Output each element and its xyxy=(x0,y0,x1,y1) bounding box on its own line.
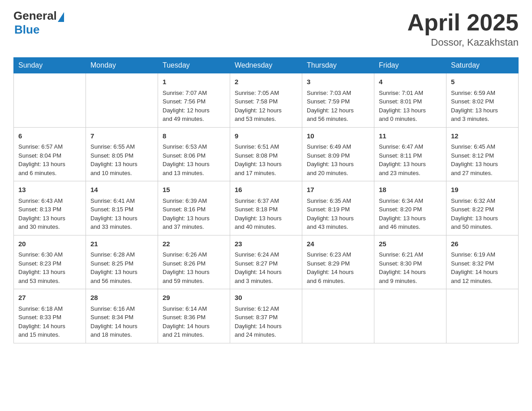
day-number: 13 xyxy=(18,185,81,195)
day-number: 21 xyxy=(90,239,153,249)
day-info: Sunrise: 6:12 AM Sunset: 8:37 PM Dayligh… xyxy=(235,304,297,339)
day-info: Sunrise: 6:23 AM Sunset: 8:29 PM Dayligh… xyxy=(307,250,369,285)
table-row: 13Sunrise: 6:43 AM Sunset: 8:13 PM Dayli… xyxy=(14,181,86,235)
day-number: 7 xyxy=(90,131,153,141)
table-row xyxy=(374,289,446,343)
col-monday: Monday xyxy=(86,58,158,73)
day-info: Sunrise: 7:03 AM Sunset: 7:59 PM Dayligh… xyxy=(307,89,369,124)
table-row: 26Sunrise: 6:19 AM Sunset: 8:32 PM Dayli… xyxy=(446,235,519,289)
calendar-title: April 2025 xyxy=(407,9,519,36)
logo-general-text: General xyxy=(13,9,57,23)
day-info: Sunrise: 6:30 AM Sunset: 8:23 PM Dayligh… xyxy=(18,250,81,285)
table-row: 14Sunrise: 6:41 AM Sunset: 8:15 PM Dayli… xyxy=(86,181,158,235)
table-row xyxy=(86,73,158,128)
day-info: Sunrise: 6:34 AM Sunset: 8:20 PM Dayligh… xyxy=(379,197,442,231)
day-number: 12 xyxy=(451,131,514,141)
table-row: 15Sunrise: 6:39 AM Sunset: 8:16 PM Dayli… xyxy=(158,181,230,235)
table-row: 12Sunrise: 6:45 AM Sunset: 8:12 PM Dayli… xyxy=(446,127,519,181)
logo: General Blue xyxy=(13,9,64,37)
table-row: 20Sunrise: 6:30 AM Sunset: 8:23 PM Dayli… xyxy=(14,235,86,289)
day-info: Sunrise: 7:01 AM Sunset: 8:01 PM Dayligh… xyxy=(379,89,442,124)
day-number: 23 xyxy=(235,239,297,249)
calendar-week-row: 20Sunrise: 6:30 AM Sunset: 8:23 PM Dayli… xyxy=(14,235,519,289)
table-row: 19Sunrise: 6:32 AM Sunset: 8:22 PM Dayli… xyxy=(446,181,519,235)
day-info: Sunrise: 6:16 AM Sunset: 8:34 PM Dayligh… xyxy=(90,304,153,339)
day-number: 4 xyxy=(379,77,442,87)
calendar-location: Dossor, Kazakhstan xyxy=(407,37,519,48)
day-number: 19 xyxy=(451,185,514,195)
day-info: Sunrise: 6:32 AM Sunset: 8:22 PM Dayligh… xyxy=(451,197,514,231)
table-row: 27Sunrise: 6:18 AM Sunset: 8:33 PM Dayli… xyxy=(14,289,86,343)
day-number: 14 xyxy=(90,185,153,195)
table-row xyxy=(302,289,374,343)
table-row: 28Sunrise: 6:16 AM Sunset: 8:34 PM Dayli… xyxy=(86,289,158,343)
day-number: 28 xyxy=(90,293,153,303)
day-number: 25 xyxy=(379,239,442,249)
table-row: 25Sunrise: 6:21 AM Sunset: 8:30 PM Dayli… xyxy=(374,235,446,289)
day-info: Sunrise: 6:49 AM Sunset: 8:09 PM Dayligh… xyxy=(307,142,369,177)
day-number: 17 xyxy=(307,185,369,195)
table-row: 8Sunrise: 6:53 AM Sunset: 8:06 PM Daylig… xyxy=(158,127,230,181)
day-info: Sunrise: 6:28 AM Sunset: 8:25 PM Dayligh… xyxy=(90,250,153,285)
day-number: 9 xyxy=(235,131,297,141)
day-info: Sunrise: 6:18 AM Sunset: 8:33 PM Dayligh… xyxy=(18,304,81,339)
day-info: Sunrise: 6:24 AM Sunset: 8:27 PM Dayligh… xyxy=(235,250,297,285)
day-number: 24 xyxy=(307,239,369,249)
calendar-week-row: 27Sunrise: 6:18 AM Sunset: 8:33 PM Dayli… xyxy=(14,289,519,343)
table-row: 17Sunrise: 6:35 AM Sunset: 8:19 PM Dayli… xyxy=(302,181,374,235)
day-number: 27 xyxy=(18,293,81,303)
table-row: 23Sunrise: 6:24 AM Sunset: 8:27 PM Dayli… xyxy=(230,235,302,289)
table-row: 4Sunrise: 7:01 AM Sunset: 8:01 PM Daylig… xyxy=(374,73,446,128)
day-number: 29 xyxy=(163,293,225,303)
day-info: Sunrise: 6:59 AM Sunset: 8:02 PM Dayligh… xyxy=(451,89,514,124)
day-info: Sunrise: 6:19 AM Sunset: 8:32 PM Dayligh… xyxy=(451,250,514,285)
day-info: Sunrise: 7:07 AM Sunset: 7:56 PM Dayligh… xyxy=(163,89,225,124)
day-info: Sunrise: 6:55 AM Sunset: 8:05 PM Dayligh… xyxy=(90,142,153,177)
col-tuesday: Tuesday xyxy=(158,58,230,73)
day-info: Sunrise: 7:05 AM Sunset: 7:58 PM Dayligh… xyxy=(235,89,297,124)
table-row: 18Sunrise: 6:34 AM Sunset: 8:20 PM Dayli… xyxy=(374,181,446,235)
day-number: 10 xyxy=(307,131,369,141)
calendar-week-row: 1Sunrise: 7:07 AM Sunset: 7:56 PM Daylig… xyxy=(14,73,519,128)
day-info: Sunrise: 6:43 AM Sunset: 8:13 PM Dayligh… xyxy=(18,197,81,231)
day-number: 16 xyxy=(235,185,297,195)
day-number: 11 xyxy=(379,131,442,141)
day-info: Sunrise: 6:37 AM Sunset: 8:18 PM Dayligh… xyxy=(235,197,297,231)
day-info: Sunrise: 6:51 AM Sunset: 8:08 PM Dayligh… xyxy=(235,142,297,177)
day-number: 6 xyxy=(18,131,81,141)
day-number: 3 xyxy=(307,77,369,87)
day-info: Sunrise: 6:53 AM Sunset: 8:06 PM Dayligh… xyxy=(163,142,225,177)
day-number: 8 xyxy=(163,131,225,141)
table-row: 24Sunrise: 6:23 AM Sunset: 8:29 PM Dayli… xyxy=(302,235,374,289)
day-number: 1 xyxy=(163,77,225,87)
col-sunday: Sunday xyxy=(14,58,86,73)
table-row: 21Sunrise: 6:28 AM Sunset: 8:25 PM Dayli… xyxy=(86,235,158,289)
table-row: 16Sunrise: 6:37 AM Sunset: 8:18 PM Dayli… xyxy=(230,181,302,235)
table-row: 5Sunrise: 6:59 AM Sunset: 8:02 PM Daylig… xyxy=(446,73,519,128)
table-row: 9Sunrise: 6:51 AM Sunset: 8:08 PM Daylig… xyxy=(230,127,302,181)
page-header: General Blue April 2025 Dossor, Kazakhst… xyxy=(13,9,519,48)
day-number: 18 xyxy=(379,185,442,195)
table-row: 22Sunrise: 6:26 AM Sunset: 8:26 PM Dayli… xyxy=(158,235,230,289)
table-row: 2Sunrise: 7:05 AM Sunset: 7:58 PM Daylig… xyxy=(230,73,302,128)
table-row: 3Sunrise: 7:03 AM Sunset: 7:59 PM Daylig… xyxy=(302,73,374,128)
logo-triangle-icon xyxy=(58,12,64,22)
day-info: Sunrise: 6:45 AM Sunset: 8:12 PM Dayligh… xyxy=(451,142,514,177)
table-row: 7Sunrise: 6:55 AM Sunset: 8:05 PM Daylig… xyxy=(86,127,158,181)
calendar-table: Sunday Monday Tuesday Wednesday Thursday… xyxy=(13,57,519,343)
day-number: 20 xyxy=(18,239,81,249)
col-thursday: Thursday xyxy=(302,58,374,73)
day-number: 15 xyxy=(163,185,225,195)
day-info: Sunrise: 6:47 AM Sunset: 8:11 PM Dayligh… xyxy=(379,142,442,177)
calendar-week-row: 6Sunrise: 6:57 AM Sunset: 8:04 PM Daylig… xyxy=(14,127,519,181)
table-row: 6Sunrise: 6:57 AM Sunset: 8:04 PM Daylig… xyxy=(14,127,86,181)
day-info: Sunrise: 6:41 AM Sunset: 8:15 PM Dayligh… xyxy=(90,197,153,231)
table-row xyxy=(446,289,519,343)
table-row xyxy=(14,73,86,128)
table-row: 10Sunrise: 6:49 AM Sunset: 8:09 PM Dayli… xyxy=(302,127,374,181)
day-info: Sunrise: 6:57 AM Sunset: 8:04 PM Dayligh… xyxy=(18,142,81,177)
day-info: Sunrise: 6:26 AM Sunset: 8:26 PM Dayligh… xyxy=(163,250,225,285)
day-number: 5 xyxy=(451,77,514,87)
day-number: 26 xyxy=(451,239,514,249)
day-number: 30 xyxy=(235,293,297,303)
